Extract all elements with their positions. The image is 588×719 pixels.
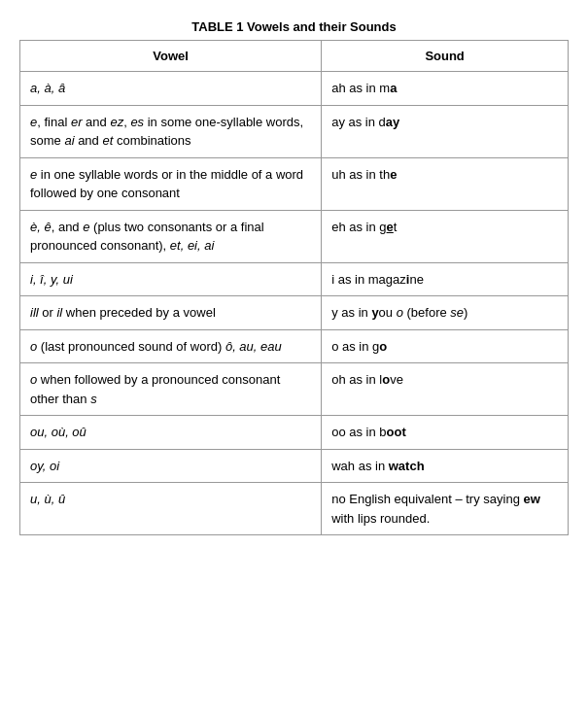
table-row: i, î, y, uii as in magazine: [20, 262, 569, 296]
table-row: è, ê, and e (plus two consonants or a fi…: [20, 210, 569, 262]
sound-cell: oh as in love: [322, 363, 569, 416]
sound-cell: y as in you o (before se): [322, 296, 569, 330]
table-row: o when followed by a pronounced consonan…: [20, 363, 569, 416]
sound-cell: o as in go: [322, 329, 569, 363]
vowel-cell: ill or il when preceded by a vowel: [20, 296, 322, 330]
sound-cell: i as in magazine: [322, 262, 569, 296]
vowel-header: Vowel: [20, 41, 322, 72]
table-header-row: Vowel Sound: [20, 41, 569, 72]
sound-cell: uh as in the: [322, 157, 569, 210]
table-row: a, à, âah as in ma: [20, 72, 569, 106]
sound-cell: oo as in boot: [322, 416, 569, 450]
vowel-cell: e, final er and ez, es in some one-sylla…: [20, 105, 322, 157]
table-title: TABLE 1 Vowels and their Sounds: [19, 19, 569, 34]
vowel-cell: ou, où, oû: [20, 416, 322, 450]
vowel-cell: a, à, â: [20, 72, 322, 106]
vowels-table: Vowel Sound a, à, âah as in mae, final e…: [19, 40, 569, 535]
sound-cell: no English equivalent – try saying ew wi…: [322, 483, 569, 535]
vowel-cell: u, ù, û: [20, 483, 322, 535]
vowel-cell: i, î, y, ui: [20, 262, 322, 296]
table-row: u, ù, ûno English equivalent – try sayin…: [20, 483, 569, 535]
table-row: o (last pronounced sound of word) ô, au,…: [20, 329, 569, 363]
vowel-cell: o when followed by a pronounced consonan…: [20, 363, 322, 416]
sound-header: Sound: [322, 41, 569, 72]
sound-cell: wah as in watch: [322, 449, 569, 483]
vowel-cell: e in one syllable words or in the middle…: [20, 157, 322, 210]
sound-cell: eh as in get: [322, 210, 569, 262]
table-row: e, final er and ez, es in some one-sylla…: [20, 105, 569, 157]
table-row: ill or il when preceded by a vowely as i…: [20, 296, 569, 330]
table-row: e in one syllable words or in the middle…: [20, 157, 569, 210]
table-wrapper: TABLE 1 Vowels and their Sounds Vowel So…: [19, 19, 569, 535]
vowel-cell: o (last pronounced sound of word) ô, au,…: [20, 329, 322, 363]
vowel-cell: è, ê, and e (plus two consonants or a fi…: [20, 210, 322, 262]
sound-cell: ah as in ma: [322, 72, 569, 106]
table-row: oy, oiwah as in watch: [20, 449, 569, 483]
table-row: ou, où, oûoo as in boot: [20, 416, 569, 450]
vowel-cell: oy, oi: [20, 449, 322, 483]
sound-cell: ay as in day: [322, 105, 569, 157]
